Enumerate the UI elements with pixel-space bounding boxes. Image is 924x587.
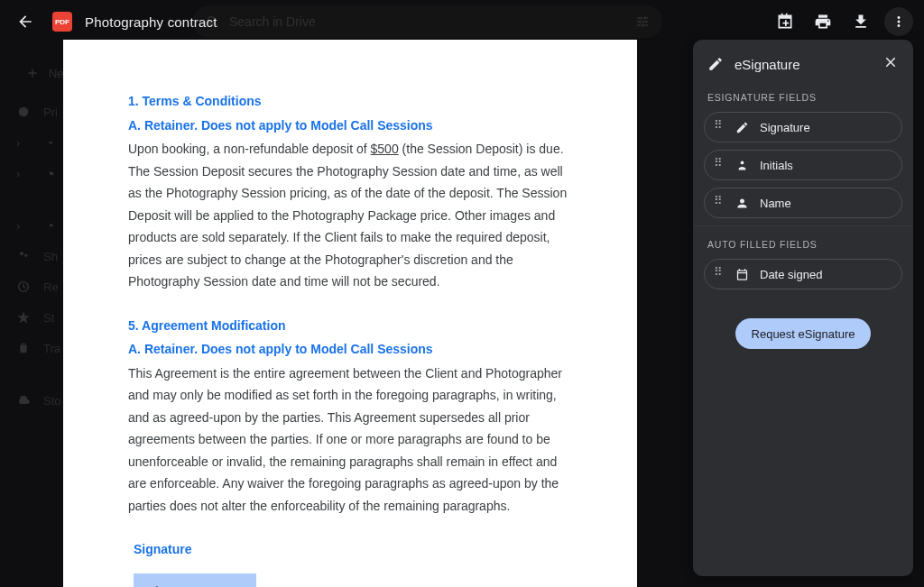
pen-icon xyxy=(735,121,749,134)
document-page: 1. Terms & Conditions A. Retainer. Does … xyxy=(63,40,637,587)
field-date-signed-label: Date signed xyxy=(760,268,822,281)
auto-filled-fields-label: AUTO FILLED FIELDS xyxy=(693,225,913,259)
field-date-signed[interactable]: Date signed xyxy=(704,259,902,289)
calendar-icon xyxy=(735,268,749,281)
signature-label: Signature xyxy=(134,538,572,561)
doc-section-1-body: Upon booking, a non-refundable deposit o… xyxy=(128,138,572,293)
download-button[interactable] xyxy=(846,7,875,36)
request-esignature-button[interactable]: Request eSignature xyxy=(735,318,872,349)
doc-section-1-sub: A. Retainer. Does not apply to Model Cal… xyxy=(128,115,572,137)
file-title: Photography contract xyxy=(85,14,217,30)
add-to-drive-button[interactable] xyxy=(771,7,799,36)
doc-section-5-heading: 5. Agreement Modification xyxy=(128,315,572,337)
field-name-label: Name xyxy=(760,197,791,210)
drag-handle-icon xyxy=(716,121,725,133)
field-signature-label: Signature xyxy=(760,121,810,134)
drag-handle-icon xyxy=(716,159,725,171)
deposit-amount: $500 xyxy=(371,142,399,156)
print-button[interactable] xyxy=(808,7,837,36)
field-signature[interactable]: Signature xyxy=(704,112,902,142)
viewer-header: PDF Photography contract xyxy=(0,0,924,43)
pdf-file-icon: PDF xyxy=(52,12,72,32)
more-button[interactable] xyxy=(884,7,913,36)
doc-section-5-sub: A. Retainer. Does not apply to Model Cal… xyxy=(128,338,572,361)
signature-field-placeholder[interactable] xyxy=(134,573,256,588)
drag-handle-icon xyxy=(716,268,725,280)
person-icon xyxy=(735,197,749,210)
back-button[interactable] xyxy=(11,7,40,36)
esignature-panel: eSignature ESIGNATURE FIELDS Signature I… xyxy=(693,40,913,576)
close-button[interactable] xyxy=(882,54,899,74)
pen-icon xyxy=(707,56,724,72)
field-initials[interactable]: Initials xyxy=(704,150,902,180)
doc-section-1-heading: 1. Terms & Conditions xyxy=(128,90,572,113)
field-name[interactable]: Name xyxy=(704,188,902,218)
drag-handle-icon xyxy=(716,197,725,209)
field-initials-label: Initials xyxy=(760,159,793,172)
esignature-panel-title: eSignature xyxy=(735,57,872,72)
close-icon xyxy=(882,54,899,70)
doc-section-5-body: This Agreement is the entire agreement b… xyxy=(128,362,572,518)
svg-point-5 xyxy=(741,161,744,164)
esignature-fields-label: ESIGNATURE FIELDS xyxy=(693,92,913,112)
initials-icon xyxy=(735,159,749,172)
pen-icon xyxy=(146,584,161,588)
